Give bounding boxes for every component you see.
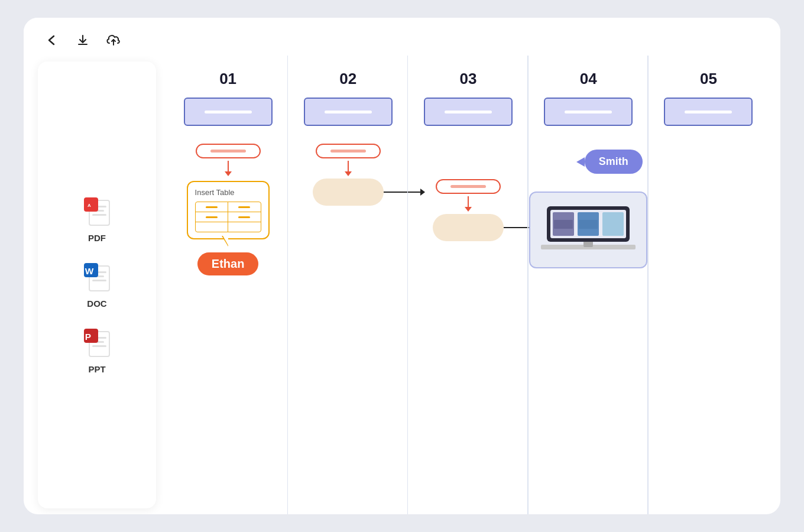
columns-container: 01 Ins: [168, 56, 769, 514]
svg-rect-12: [602, 212, 624, 236]
col-01-number: 01: [219, 70, 236, 88]
col-02-oval-pill: [316, 144, 381, 158]
insert-table-title: Insert Table: [195, 188, 261, 197]
sidebar-item-pdf[interactable]: A PDF: [80, 196, 114, 243]
col-03-beige-pill: [433, 214, 504, 241]
col-02-header-box: [304, 98, 393, 126]
doc-icon-wrapper: W: [80, 262, 114, 295]
col-04-content: Smith: [529, 144, 649, 268]
col-05-header-box: [664, 98, 753, 126]
svg-text:A: A: [87, 203, 91, 208]
card-speech-tail: [222, 236, 235, 249]
col-03-arrow-down: [465, 196, 472, 212]
col-03-pill-line: [450, 185, 486, 188]
ppt-badge: P: [84, 329, 98, 343]
column-03: 03: [408, 56, 528, 514]
col-04-number: 04: [580, 70, 597, 88]
monitor-inner: [530, 193, 646, 267]
col-05-number: 05: [700, 70, 717, 88]
svg-rect-0: [78, 44, 87, 45]
col-05-header-line: [685, 111, 732, 113]
content-area: 01 Ins: [156, 56, 780, 514]
monitor-card: [529, 192, 647, 268]
column-04: 04 Smith: [529, 56, 649, 514]
insert-table-card: Insert Table: [187, 181, 270, 239]
col-03-header-line: [445, 111, 492, 113]
ethan-label: Ethan: [197, 252, 259, 275]
svg-rect-14: [579, 220, 598, 229]
main-area: A PDF: [24, 56, 780, 514]
column-05: 05: [649, 56, 769, 514]
toolbar: [24, 18, 780, 56]
col-01-pill-line: [210, 150, 246, 153]
col-02-content: [288, 144, 408, 206]
ppt-label: PPT: [88, 364, 105, 374]
col-04-header-line: [565, 111, 612, 113]
col-03-content: [408, 144, 528, 241]
col-04-header-box: [544, 98, 633, 126]
svg-text:P: P: [85, 331, 91, 341]
col-03-oval-pill: [436, 179, 501, 194]
column-01: 01 Ins: [168, 56, 288, 514]
back-button[interactable]: [43, 31, 61, 50]
sidebar-item-doc[interactable]: W DOC: [80, 262, 114, 309]
column-02: 02: [288, 56, 408, 514]
table-preview: [195, 202, 261, 232]
svg-rect-13: [554, 220, 573, 229]
col-01-header-box: [184, 98, 273, 126]
col-02-number: 02: [339, 70, 356, 88]
pdf-label: PDF: [88, 233, 106, 243]
pdf-badge: A: [84, 197, 98, 212]
col-02-header-line: [325, 111, 372, 113]
doc-badge: W: [84, 263, 98, 277]
ppt-icon-wrapper: P: [80, 327, 114, 361]
smith-bubble: Smith: [585, 150, 643, 174]
col-01-arrow-down: [225, 161, 232, 176]
col-01-content: Insert Table: [168, 144, 288, 275]
sidebar-item-ppt[interactable]: P PPT: [80, 327, 114, 374]
monitor-svg: [535, 197, 641, 262]
download-button[interactable]: [73, 31, 92, 50]
col-02-beige-pill: [313, 179, 384, 206]
pdf-icon-wrapper: A: [80, 196, 114, 229]
doc-label: DOC: [87, 299, 106, 309]
col-02-pill-line: [330, 150, 366, 153]
sidebar: A PDF: [38, 61, 156, 508]
app-container: A PDF: [24, 18, 780, 514]
svg-text:W: W: [85, 265, 94, 275]
cloud-upload-button[interactable]: [104, 31, 123, 50]
col-02-arrow-down: [345, 161, 352, 176]
col-03-number: 03: [460, 70, 477, 88]
col-03-header-box: [424, 98, 513, 126]
col-01-oval-pill: [196, 144, 261, 158]
col-01-header-line: [205, 111, 252, 113]
